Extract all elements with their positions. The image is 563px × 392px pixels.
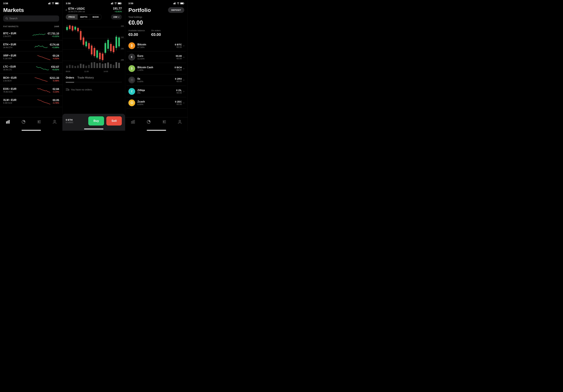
nav-orders[interactable] (37, 120, 41, 123)
market-item-eoseur[interactable]: EOS • EUR 76.9k EOS €2.84 -3.10% (0, 85, 62, 96)
zrx-chevron-icon: › (183, 79, 184, 81)
svg-text:11:00: 11:00 (84, 71, 89, 73)
market-item-etheur[interactable]: ETH • EUR 34.4k ETH €174.44 +3.69% (0, 40, 62, 51)
market-item-ltceur[interactable]: LTC • EUR 30.4k LTC €52.67 +0.02% (0, 63, 62, 74)
svg-rect-114 (133, 121, 133, 123)
tab-depth[interactable]: DEPTH (78, 14, 90, 20)
vol-etheur: 34.4k ETH (3, 46, 32, 49)
zec-chevron-icon: › (183, 101, 184, 104)
svg-rect-80 (80, 64, 81, 68)
candlestick-chart: 194 192 190 188 (63, 22, 125, 74)
bch-chevron-icon: › (183, 67, 184, 70)
search-placeholder: Search (9, 17, 18, 20)
svg-rect-25 (118, 3, 121, 4)
on-orders-value: €0.00 (151, 32, 161, 37)
total-holdings-label: Total holdings (128, 16, 184, 18)
on-orders-label: On orders (151, 29, 161, 32)
svg-point-121 (179, 120, 180, 122)
tab-book[interactable]: BOOK (90, 14, 102, 20)
pair-eoseur: EOS • EUR (3, 87, 35, 90)
zec-icon: ⓩ (128, 99, 135, 106)
euro-name: Euro (137, 55, 176, 57)
nav-account[interactable] (53, 120, 56, 124)
vol-btceur: 2.0k BTC (3, 35, 30, 37)
change-eoseur: -3.10% (52, 91, 59, 93)
price-etheur: €174.44 (50, 43, 59, 46)
deposit-button[interactable]: DEPOSIT (168, 7, 184, 13)
svg-rect-7 (59, 3, 59, 4)
nav-portfolio[interactable] (22, 120, 26, 124)
asset-bch[interactable]: ₿ Bitcoin Cash 1.40% 0 BCH €0.00 › (127, 63, 186, 74)
asset-bitcoin[interactable]: ₿ Bitcoin 87.58% 0 BTC €0.00 › (127, 40, 186, 51)
asset-zec[interactable]: ⓩ Zcash 0.00% 0 ZEC €0.00 › (127, 97, 186, 109)
asset-zil[interactable]: Z Zilliqa 0% 0 ZIL €0.00 › (127, 86, 186, 97)
svg-rect-93 (115, 62, 117, 68)
buy-button[interactable]: Buy (88, 116, 104, 125)
svg-rect-115 (134, 120, 135, 123)
price-btceur: €7,731.10 (48, 32, 59, 35)
vol-xrpeur: 5.1M XRP (3, 57, 35, 60)
nav-markets[interactable] (6, 120, 10, 123)
svg-rect-104 (174, 3, 175, 4)
svg-rect-77 (72, 65, 73, 68)
change-bcheur: -0.48% (50, 79, 59, 82)
markets-header: Markets Search (0, 6, 62, 25)
zrx-name: 0x (137, 77, 175, 80)
nav-markets-port[interactable] (131, 120, 135, 123)
bottom-nav-portfolio (125, 117, 188, 128)
svg-text:188: 188 (121, 59, 124, 61)
zil-name: Zilliqa (137, 89, 176, 92)
tab-trade-history[interactable]: Trade History (77, 76, 94, 80)
orders-tabs: Orders Trade History (66, 76, 122, 82)
zil-eur: €0.00 (176, 92, 182, 94)
svg-rect-79 (77, 65, 79, 68)
chart-change: +3.91% (113, 10, 122, 13)
bitcoin-icon: ₿ (128, 42, 135, 49)
nav-orders-port[interactable] (162, 120, 166, 123)
market-item-xlmeur[interactable]: XLM • EUR 6.3M XLM €0.05 -3.78% (0, 96, 62, 107)
market-item-btceur[interactable]: BTC • EUR 2.0k BTC €7,731.10 +3.22% (0, 29, 62, 40)
back-button[interactable]: ‹ (66, 8, 67, 12)
section-header: FIAT MARKETS 24HR (0, 25, 62, 29)
nav-account-port[interactable] (178, 120, 181, 124)
svg-rect-58 (96, 50, 98, 58)
svg-rect-82 (85, 66, 87, 68)
svg-rect-11 (7, 121, 8, 123)
change-btceur: +3.22% (48, 35, 59, 37)
timeframe-selector[interactable]: 15M (111, 14, 122, 19)
sell-button[interactable]: Sell (106, 116, 122, 125)
svg-rect-66 (107, 40, 109, 49)
svg-point-120 (163, 121, 164, 122)
tab-orders[interactable]: Orders (66, 76, 74, 82)
bch-amount: 0 BCH (175, 66, 182, 69)
tab-price[interactable]: PRICE (66, 14, 78, 20)
price-ltceur: €52.67 (51, 65, 59, 68)
market-item-bcheur[interactable]: BCH • EUR 2.5k BCH €211.33 -0.48% (0, 74, 62, 85)
svg-rect-42 (75, 27, 76, 30)
status-icons-markets (48, 2, 59, 4)
price-xrpeur: €0.24 (52, 54, 59, 57)
zil-chevron-icon: › (183, 90, 184, 93)
asset-zrx[interactable]: ✕ 0x 0.00% 0 ZRX €0.00 › (127, 74, 186, 86)
bitcoin-pct: 87.58% (137, 46, 175, 49)
time-chart: 3:58 (66, 2, 71, 5)
market-item-xrpeur[interactable]: XRP • EUR 5.1M XRP €0.24 -4.52% (0, 51, 62, 63)
svg-point-23 (115, 4, 116, 4)
svg-rect-38 (69, 25, 71, 29)
svg-text:✕: ✕ (131, 79, 133, 81)
svg-rect-44 (77, 28, 79, 31)
svg-rect-105 (175, 2, 175, 4)
svg-rect-60 (99, 53, 101, 59)
asset-euro[interactable]: € Euro 11.02% €0.00 €0.00 › (127, 51, 186, 63)
svg-rect-103 (174, 3, 174, 4)
svg-rect-26 (121, 3, 122, 4)
svg-rect-68 (110, 44, 112, 51)
nav-portfolio-port[interactable] (147, 120, 151, 124)
svg-rect-86 (96, 63, 98, 68)
orders-empty-state: You have no orders. (66, 85, 122, 94)
chart-eoseur (37, 87, 50, 94)
zec-name: Zcash (137, 100, 175, 103)
bottom-nav-markets (0, 117, 62, 128)
status-icons-chart (111, 2, 122, 4)
search-bar[interactable]: Search (3, 15, 59, 22)
